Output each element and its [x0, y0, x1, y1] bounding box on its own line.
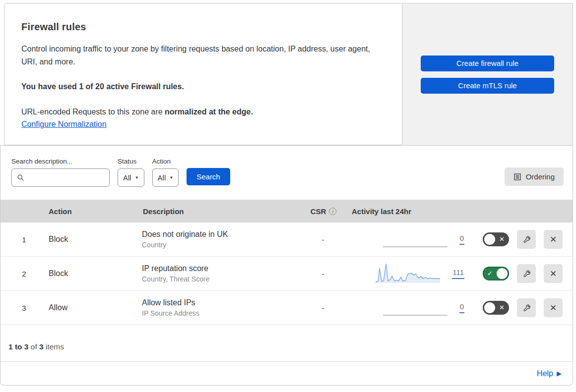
- rule-description-cell: Does not originate in UK Country: [142, 230, 298, 249]
- action-value: All: [158, 173, 166, 182]
- rule-priority: 2: [0, 270, 48, 278]
- items-total: 3: [39, 342, 44, 351]
- column-header-activity: Activity last 24hr: [348, 207, 469, 216]
- configure-normalization-link[interactable]: Configure Normalization: [21, 120, 107, 129]
- help-row: Help ▶: [0, 361, 573, 385]
- toggle-knob: [497, 268, 508, 279]
- close-icon: ✕: [499, 304, 505, 311]
- close-icon: ✕: [550, 269, 557, 279]
- delete-rule-button[interactable]: ✕: [544, 230, 563, 249]
- rule-action: Block: [48, 235, 142, 244]
- edit-rule-button[interactable]: [517, 230, 536, 249]
- table-row: 1 Block Does not originate in UK Country…: [0, 223, 573, 257]
- status-value: All: [123, 173, 131, 182]
- chevron-down-icon: ▼: [135, 175, 139, 180]
- flat-activity-line: [383, 315, 448, 316]
- info-icon[interactable]: i: [329, 208, 336, 215]
- csr-label: CSR: [311, 207, 326, 216]
- edit-rule-button[interactable]: [517, 264, 536, 283]
- table-row: 2 Block IP reputation score Country, Thr…: [0, 257, 573, 291]
- ordering-button[interactable]: Ordering: [505, 168, 564, 186]
- normalization-note: URL-encoded Requests to this zone are no…: [21, 106, 382, 118]
- rule-fields: IP Source Address: [142, 309, 298, 317]
- wrench-icon: [522, 303, 531, 313]
- create-firewall-rule-button[interactable]: Create firewall rule: [421, 56, 554, 71]
- rule-description-cell: Allow listed IPs IP Source Address: [142, 298, 298, 317]
- column-header-description: Description: [142, 207, 298, 216]
- items-of: of: [28, 342, 39, 351]
- rule-controls: ✓ ✕ ✕: [469, 298, 573, 317]
- search-group: Search description...: [11, 158, 110, 187]
- create-mtls-rule-button[interactable]: Create mTLS rule: [421, 78, 554, 94]
- rule-description-cell: IP reputation score Country, Threat Scor…: [142, 264, 298, 283]
- table-header: Action Description CSR i Activity last 2…: [0, 200, 573, 223]
- column-header-csr: CSR i: [310, 207, 337, 216]
- status-select[interactable]: All ▼: [118, 168, 144, 187]
- items-word: items: [44, 342, 64, 351]
- wrench-icon: [522, 269, 531, 279]
- rule-controls: ✓ ✕ ✕: [469, 230, 573, 249]
- rule-csr: -: [322, 270, 324, 278]
- rule-controls: ✓ ✕ ✕: [469, 264, 573, 283]
- page-title: Firewall rules: [21, 21, 382, 33]
- flat-activity-line: [383, 246, 448, 247]
- rule-action: Allow: [48, 303, 142, 312]
- ordering-list-icon: [513, 173, 521, 181]
- rule-enable-toggle[interactable]: ✓ ✕: [483, 301, 509, 315]
- action-select[interactable]: All ▼: [152, 168, 179, 187]
- action-label: Action: [152, 158, 179, 165]
- close-icon: ✕: [550, 303, 557, 313]
- rule-activity-cell: 0: [348, 296, 469, 319]
- rule-description: Allow listed IPs: [142, 298, 298, 307]
- table-row: 3 Allow Allow listed IPs IP Source Addre…: [0, 291, 573, 325]
- column-header-action: Action: [48, 207, 142, 216]
- toggle-knob: [484, 234, 495, 245]
- items-range: 1 to 3: [8, 342, 28, 351]
- delete-rule-button[interactable]: ✕: [544, 264, 563, 283]
- activity-sparkline-empty: [383, 228, 448, 251]
- activity-count-link[interactable]: 0: [459, 234, 464, 245]
- normalization-bold: normalized at the edge.: [165, 108, 253, 116]
- rules-panel: Search description... Status All ▼ Actio…: [0, 145, 573, 386]
- rule-csr: -: [322, 304, 324, 312]
- top-section: Firewall rules Control incoming traffic …: [4, 3, 573, 145]
- rule-activity-cell: 0: [348, 228, 469, 251]
- items-count: 1 to 3 of 3 items: [0, 325, 573, 361]
- status-filter-group: Status All ▼: [118, 158, 144, 187]
- rule-fields: Country: [142, 241, 298, 249]
- close-icon: ✕: [499, 236, 505, 242]
- filter-bar: Search description... Status All ▼ Actio…: [0, 146, 573, 200]
- normalization-text: URL-encoded Requests to this zone are: [21, 108, 165, 116]
- rule-description: Does not originate in UK: [142, 230, 298, 239]
- search-input[interactable]: [28, 169, 104, 186]
- rule-action: Block: [48, 269, 142, 278]
- rule-priority: 1: [0, 235, 48, 244]
- toggle-knob: [484, 302, 495, 313]
- firewall-intro-card: Firewall rules Control incoming traffic …: [4, 3, 402, 145]
- close-icon: ✕: [550, 234, 557, 245]
- activity-count-link[interactable]: 111: [452, 268, 464, 279]
- page-description: Control incoming traffic to your zone by…: [21, 43, 381, 68]
- delete-rule-button[interactable]: ✕: [544, 298, 563, 317]
- rule-enable-toggle[interactable]: ✓ ✕: [483, 267, 509, 280]
- activity-sparkline: [376, 262, 440, 285]
- check-icon: ✓: [487, 270, 493, 277]
- edit-rule-button[interactable]: [517, 298, 536, 317]
- rule-fields: Country, Threat Score: [142, 275, 298, 283]
- help-link[interactable]: Help ▶: [537, 369, 562, 378]
- chevron-down-icon: ▼: [169, 175, 173, 180]
- search-button[interactable]: Search: [187, 168, 230, 185]
- search-icon: [17, 174, 24, 181]
- sparkline-chart: [376, 262, 440, 285]
- cta-panel: Create firewall rule Create mTLS rule: [402, 3, 573, 145]
- rule-priority: 3: [0, 304, 48, 312]
- usage-summary: You have used 1 of 20 active Firewall ru…: [21, 82, 382, 91]
- help-label: Help: [537, 369, 553, 378]
- activity-count-link[interactable]: 0: [459, 302, 464, 313]
- rule-enable-toggle[interactable]: ✓ ✕: [483, 232, 509, 246]
- rule-activity-cell: 111: [348, 262, 469, 285]
- activity-sparkline-empty: [383, 296, 448, 319]
- wrench-icon: [522, 235, 531, 244]
- help-arrow-icon: ▶: [557, 370, 562, 377]
- status-label: Status: [118, 158, 144, 165]
